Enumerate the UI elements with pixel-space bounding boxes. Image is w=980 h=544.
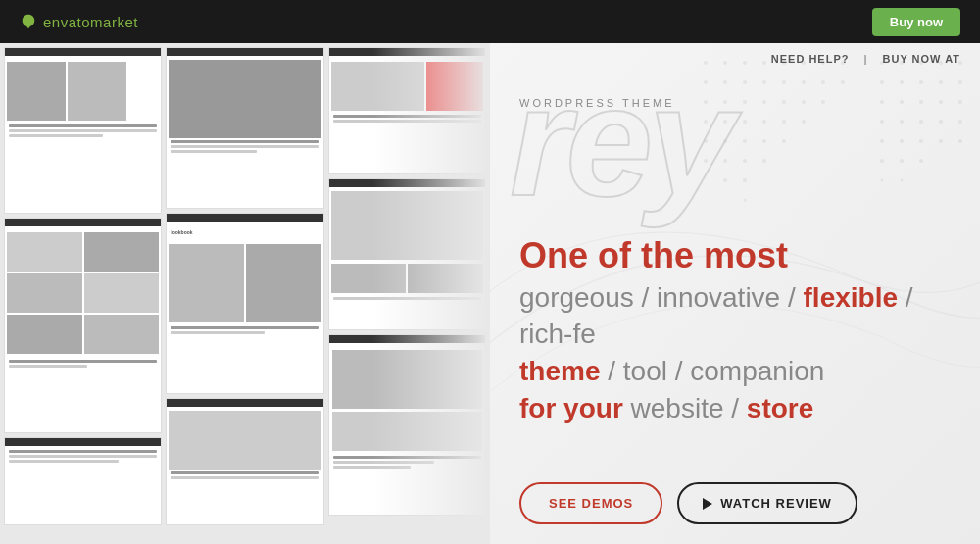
logo-market: market	[90, 14, 138, 30]
logo-text: envatomarket	[43, 14, 138, 30]
hero-panel: /* generated dots */	[490, 43, 980, 544]
headline-store: store	[747, 393, 813, 423]
svg-point-13	[802, 80, 806, 84]
headline-line-4: for your website / store	[519, 391, 960, 426]
headline-theme: theme	[519, 356, 600, 386]
headline-sep1: / innovative /	[642, 282, 804, 313]
nav-separator: |	[863, 53, 867, 65]
headline-website: website /	[631, 393, 747, 423]
site-header: envatomarket Buy now	[0, 0, 980, 43]
watch-review-label: WATCH REVIEW	[720, 496, 832, 511]
screenshot-3-3	[328, 334, 486, 516]
screenshots-panel: lookbook	[0, 43, 490, 544]
screenshots-grid: lookbook	[0, 43, 490, 544]
screenshot-2-2: lookbook	[166, 213, 323, 394]
screenshot-3-2	[328, 178, 486, 330]
headline-tool: / tool / companion	[608, 356, 824, 386]
svg-point-50	[958, 80, 962, 84]
headline-foryour: for your	[519, 393, 623, 423]
headline-line-2: gorgeous / innovative / flexible / rich-…	[519, 280, 960, 352]
svg-point-49	[939, 80, 943, 84]
watch-review-button[interactable]: WATCH REVIEW	[677, 482, 858, 524]
headline-flexible: flexible	[804, 282, 898, 313]
svg-point-48	[919, 80, 923, 84]
screenshot-col-2: lookbook	[166, 47, 323, 540]
screenshot-3-1	[328, 47, 486, 174]
svg-point-2	[743, 61, 747, 65]
screenshot-1-3	[4, 437, 162, 525]
rey-watermark: rey	[510, 63, 730, 220]
svg-point-46	[880, 80, 884, 84]
buy-now-at-link[interactable]: BUY NOW AT	[883, 53, 960, 65]
screenshot-1-1	[4, 47, 162, 214]
screenshot-2-1	[166, 47, 323, 209]
screenshot-col-3	[328, 47, 486, 540]
main-content: lookbook	[0, 43, 980, 544]
screenshot-1-2	[4, 218, 162, 433]
svg-point-12	[782, 80, 786, 84]
screenshot-col-1	[4, 47, 162, 540]
svg-point-3	[762, 61, 766, 65]
svg-point-47	[900, 80, 904, 84]
need-help-link[interactable]: NEED HELP?	[771, 53, 850, 65]
see-demos-button[interactable]: SEE DEMOS	[519, 482, 662, 524]
headline-line-1: One of the most	[519, 234, 960, 276]
headline-line-3: theme / tool / companion	[519, 354, 960, 389]
svg-point-15	[841, 80, 845, 84]
envato-leaf-icon	[20, 13, 37, 30]
headline-area: One of the most gorgeous / innovative / …	[519, 234, 960, 427]
buy-now-button[interactable]: Buy now	[872, 8, 960, 36]
top-nav: NEED HELP? | BUY NOW AT	[771, 53, 960, 65]
logo[interactable]: envatomarket	[20, 13, 138, 30]
screenshot-2-3	[166, 398, 323, 525]
cta-area: SEE DEMOS WATCH REVIEW	[519, 482, 858, 524]
play-icon	[703, 498, 712, 510]
svg-point-11	[762, 80, 766, 84]
headline-gorgeous: gorgeous	[519, 282, 634, 313]
logo-envato: envato	[43, 14, 90, 30]
svg-point-10	[743, 80, 747, 84]
svg-point-14	[821, 80, 825, 84]
